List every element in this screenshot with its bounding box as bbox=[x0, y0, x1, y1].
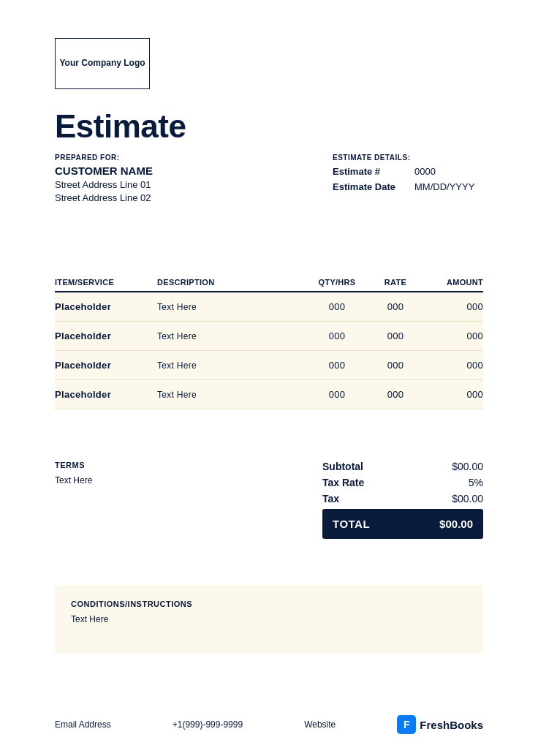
footer: Email Address +1(999)-999-9999 Website F… bbox=[55, 715, 483, 734]
table-row: Placeholder Text Here 000 000 000 bbox=[55, 380, 483, 409]
terms-totals-section: TERMS Text Here Subtotal $00.00 Tax Rate… bbox=[55, 461, 483, 539]
footer-email: Email Address bbox=[55, 719, 111, 730]
footer-website: Website bbox=[304, 719, 336, 730]
table-row: Placeholder Text Here 000 000 000 bbox=[55, 351, 483, 380]
table-row: Placeholder Text Here 000 000 000 bbox=[55, 292, 483, 322]
conditions-text: Text Here bbox=[71, 614, 467, 624]
row-amount: 000 bbox=[425, 360, 483, 371]
page-title: Estimate bbox=[55, 108, 186, 145]
row-item: Placeholder bbox=[55, 301, 157, 312]
row-item: Placeholder bbox=[55, 360, 157, 371]
row-item: Placeholder bbox=[55, 330, 157, 341]
row-qty: 000 bbox=[308, 301, 366, 312]
table-header: ITEM/SERVICE DESCRIPTION QTY/HRS RATE AM… bbox=[55, 278, 483, 292]
estimate-date-key: Estimate Date bbox=[333, 181, 406, 192]
logo-text: Your Company Logo bbox=[59, 58, 145, 69]
col-header-rate: RATE bbox=[366, 278, 425, 287]
col-header-amount: AMOUNT bbox=[425, 278, 483, 287]
col-header-qty: QTY/HRS bbox=[308, 278, 366, 287]
taxrate-key: Tax Rate bbox=[322, 477, 364, 488]
row-amount: 000 bbox=[425, 389, 483, 400]
table-row: Placeholder Text Here 000 000 000 bbox=[55, 322, 483, 351]
estimate-number-row: Estimate # 0000 bbox=[333, 166, 474, 177]
total-value: $00.00 bbox=[439, 518, 473, 530]
row-rate: 000 bbox=[366, 360, 425, 371]
row-amount: 000 bbox=[425, 301, 483, 312]
total-label: TOTAL bbox=[333, 518, 370, 530]
freshbooks-brand: F FreshBooks bbox=[397, 715, 483, 734]
row-amount: 000 bbox=[425, 330, 483, 341]
col-header-item: ITEM/SERVICE bbox=[55, 278, 157, 287]
freshbooks-name: FreshBooks bbox=[420, 719, 483, 731]
row-description: Text Here bbox=[157, 331, 308, 341]
address-line-1: Street Address Line 01 bbox=[55, 179, 153, 190]
conditions-section: CONDITIONS/INSTRUCTIONS Text Here bbox=[55, 585, 483, 654]
row-description: Text Here bbox=[157, 390, 308, 400]
page: Your Company Logo Estimate PREPARED FOR:… bbox=[0, 0, 538, 756]
col-header-description: DESCRIPTION bbox=[157, 278, 308, 287]
estimate-date-row: Estimate Date MM/DD/YYYY bbox=[333, 181, 474, 192]
prepared-for-section: PREPARED FOR: CUSTOMER NAME Street Addre… bbox=[55, 154, 153, 203]
subtotal-value: $00.00 bbox=[452, 461, 483, 472]
details-label: ESTIMATE DETAILS: bbox=[333, 154, 474, 162]
row-qty: 000 bbox=[308, 360, 366, 371]
prepared-label: PREPARED FOR: bbox=[55, 154, 153, 162]
estimate-number-value: 0000 bbox=[414, 166, 436, 177]
customer-name: CUSTOMER NAME bbox=[55, 165, 153, 177]
row-rate: 000 bbox=[366, 301, 425, 312]
totals-block: Subtotal $00.00 Tax Rate 5% Tax $00.00 T… bbox=[322, 461, 483, 539]
row-qty: 000 bbox=[308, 389, 366, 400]
table-body: Placeholder Text Here 000 000 000 Placeh… bbox=[55, 292, 483, 409]
freshbooks-icon: F bbox=[397, 715, 416, 734]
taxrate-row: Tax Rate 5% bbox=[322, 477, 483, 488]
taxrate-value: 5% bbox=[469, 477, 483, 488]
terms-block: TERMS Text Here bbox=[55, 461, 245, 485]
row-description: Text Here bbox=[157, 302, 308, 312]
subtotal-row: Subtotal $00.00 bbox=[322, 461, 483, 472]
tax-row: Tax $00.00 bbox=[322, 493, 483, 504]
tax-value: $00.00 bbox=[452, 493, 483, 504]
footer-phone: +1(999)-999-9999 bbox=[173, 719, 243, 730]
row-description: Text Here bbox=[157, 360, 308, 371]
conditions-label: CONDITIONS/INSTRUCTIONS bbox=[71, 600, 467, 608]
terms-label: TERMS bbox=[55, 461, 245, 469]
company-logo: Your Company Logo bbox=[55, 38, 150, 89]
freshbooks-icon-letter: F bbox=[404, 719, 410, 730]
row-rate: 000 bbox=[366, 330, 425, 341]
total-bar: TOTAL $00.00 bbox=[322, 509, 483, 539]
terms-text: Text Here bbox=[55, 475, 245, 485]
estimate-details-section: ESTIMATE DETAILS: Estimate # 0000 Estima… bbox=[333, 154, 474, 192]
address-line-2: Street Address Line 02 bbox=[55, 192, 153, 203]
subtotal-key: Subtotal bbox=[322, 461, 363, 472]
tax-key: Tax bbox=[322, 493, 339, 504]
items-table: ITEM/SERVICE DESCRIPTION QTY/HRS RATE AM… bbox=[55, 278, 483, 409]
row-item: Placeholder bbox=[55, 389, 157, 400]
row-rate: 000 bbox=[366, 389, 425, 400]
estimate-number-key: Estimate # bbox=[333, 166, 406, 177]
estimate-date-value: MM/DD/YYYY bbox=[414, 181, 474, 192]
row-qty: 000 bbox=[308, 330, 366, 341]
